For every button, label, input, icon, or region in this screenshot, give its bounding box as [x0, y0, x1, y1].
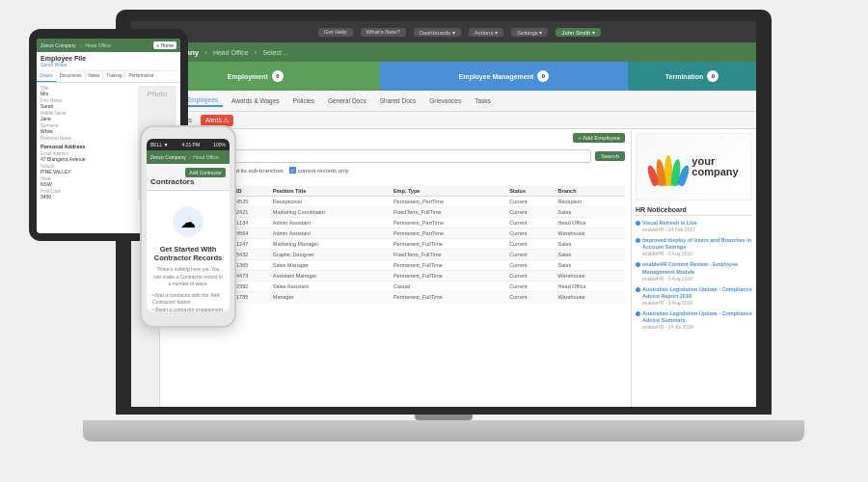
phone-outer: BELL ▼ 4:21 PM 100% Zenco Company › Head… [140, 125, 236, 328]
notice-title: enableHR Content Review - Employee Manag… [642, 261, 752, 275]
alerts-tab[interactable]: Alerts ⚠ [201, 115, 233, 126]
cell-id: 1134 [233, 218, 270, 228]
cell-status: Current [506, 260, 555, 271]
tablet-tab-details[interactable]: Details [37, 71, 57, 82]
logo-text: your company [692, 156, 738, 177]
actions-btn[interactable]: Actions ▾ [469, 28, 503, 37]
tablet-home-btn[interactable]: + Home [153, 41, 176, 49]
cell-status: Current [506, 281, 555, 292]
cell-branch: Reception [556, 197, 625, 207]
employee-mgmt-tab[interactable]: Employee Management 0 [380, 62, 629, 91]
company-logo-area: your company [636, 133, 752, 201]
whats-new-btn[interactable]: What's New? [361, 28, 406, 37]
cell-id: 2392 [233, 281, 270, 292]
cell-branch: Warehouse [556, 292, 625, 303]
phone-battery: 100% [213, 142, 226, 147]
photo-placeholder: Photo [148, 90, 168, 98]
cell-emp-type: Permanent_FullTime [391, 292, 506, 303]
cell-emp-type: FixedTerm_FullTime [391, 250, 506, 260]
notice-dot [636, 221, 640, 226]
notice-item[interactable]: enableHR Content Review - Employee Manag… [636, 261, 752, 281]
select-dropdown[interactable]: Select ... [262, 49, 288, 56]
notice-dot [636, 238, 640, 243]
general-docs-tab[interactable]: General Docs [323, 95, 371, 106]
phone-device: BELL ▼ 4:21 PM 100% Zenco Company › Head… [140, 125, 236, 328]
phone-body-text: There's nothing here yet. You can make a… [152, 266, 224, 288]
notice-item[interactable]: Australian Legislation Update - Complian… [636, 286, 752, 306]
cell-id: 1785 [233, 292, 270, 303]
cell-status: Current [506, 239, 555, 250]
field-preferred: Preferred Name [41, 136, 130, 141]
cell-emp-type: Casual [391, 281, 506, 292]
col-position: Position Title [270, 186, 391, 197]
settings-btn[interactable]: Settings ▾ [511, 28, 548, 37]
policies-tab[interactable]: Policies [288, 95, 319, 106]
tablet-tab-notes[interactable]: Notes [86, 71, 104, 82]
cell-branch: Sales [556, 207, 625, 218]
app-navbar: Zenco Company › Head Office › Select ... [131, 42, 756, 62]
notice-date: enableHR - 9 Aug 2016 [642, 251, 752, 256]
module-tabs: Employment 0 Employee Management 0 Termi… [131, 62, 756, 91]
tablet-tab-perf[interactable]: Performance [125, 71, 157, 82]
branch-name[interactable]: Head Office [213, 49, 249, 56]
filter-current-records-cb[interactable] [289, 167, 296, 174]
cell-emp-type: Permanent_FullTime [391, 260, 506, 271]
logo-container: your company [649, 147, 738, 186]
cell-position: Receptionist [270, 197, 391, 207]
tablet-tab-training[interactable]: Training [103, 71, 125, 82]
cell-position: Admin Assistant [270, 228, 391, 239]
termination-tab[interactable]: Termination 0 [628, 62, 756, 91]
notice-title: Visual Refresh is Live [642, 220, 697, 227]
tasks-tab[interactable]: Tasks [470, 95, 496, 106]
phone-topbar: BELL ▼ 4:21 PM 100% [147, 139, 230, 150]
dashboards-btn[interactable]: Dashboards ▾ [414, 28, 461, 37]
phone-branch: Head Office [193, 154, 218, 160]
cell-position: Admin Assistant [270, 218, 391, 228]
user-btn[interactable]: John Smith ▾ [556, 28, 601, 37]
field-middlename: Middle Name Jane [41, 111, 130, 121]
col-id: ID [233, 186, 270, 197]
logo-company: company [692, 167, 738, 177]
cell-id: 4564 [233, 228, 270, 239]
tablet-tabs: Details Documents Notes Training Perform… [37, 71, 180, 83]
tablet-tab-docs[interactable]: Documents [57, 71, 86, 82]
get-help-btn[interactable]: Get Help [318, 28, 353, 37]
search-button[interactable]: Search [595, 151, 625, 161]
employees-tab[interactable]: Employees [182, 94, 223, 107]
cell-id: 2421 [233, 207, 270, 218]
tablet-personal-section: Personal Address [41, 144, 130, 149]
term-badge: 0 [707, 70, 719, 82]
notice-item[interactable]: Visual Refresh is Live enableHR - 24 Feb… [636, 220, 752, 232]
awards-wages-tab[interactable]: Awards & Wages [227, 95, 285, 106]
filter-current-records[interactable]: current records only [289, 167, 349, 174]
tablet-branch: Head Office [85, 42, 110, 48]
notice-dot [636, 262, 640, 267]
cell-id: 1365 [233, 260, 270, 271]
noticeboard-title: HR Noticeboard [636, 206, 752, 216]
col-status: Status [506, 186, 555, 197]
cell-emp-type: Permanent_FullTime [391, 271, 506, 281]
notice-date: enableHR - 24 Feb 2017 [642, 227, 697, 232]
phone-add-contractor-btn[interactable]: Add Contractor [185, 168, 226, 177]
field-firstname: First Name Sarah [41, 98, 130, 109]
tablet-header: Employee File Sarah White [37, 52, 180, 71]
phone-contractor-icon: ☁ [173, 206, 203, 237]
notice-date: enableHR - 3 Aug 2016 [642, 300, 752, 306]
cell-id: 1247 [233, 239, 270, 250]
field-suburb: Suburb PINE VALLEY [41, 164, 130, 174]
employment-badge: 0 [272, 70, 284, 82]
cell-status: Current [506, 197, 555, 207]
shared-docs-tab[interactable]: Shared Docs [375, 95, 421, 106]
cell-status: Current [506, 271, 555, 281]
tablet-title: Employee File [41, 55, 176, 62]
phone-page-title-area: Add Contractor Contractors [147, 164, 230, 191]
cell-status: Current [506, 228, 555, 239]
notice-item[interactable]: Improved display of Users and Branches i… [636, 237, 752, 256]
notice-title: Australian Legislation Update - Complian… [642, 310, 752, 324]
notice-item[interactable]: Australian Legislation Update - Complian… [636, 310, 752, 330]
grievances-tab[interactable]: Grievances [424, 95, 466, 106]
phone-body: ☁ Get Started With Contractor Records Th… [147, 191, 230, 311]
feather-fan [649, 147, 688, 186]
cell-emp-type: FixedTerm_FullTime [391, 207, 506, 218]
add-employee-button[interactable]: + Add Employee [573, 133, 625, 143]
